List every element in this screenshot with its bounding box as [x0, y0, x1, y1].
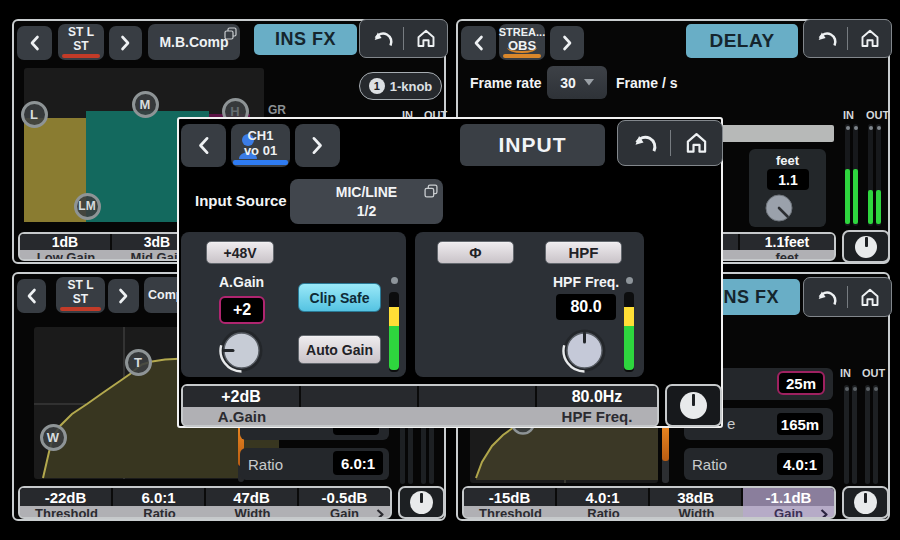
touch-knob-assign[interactable]: [398, 486, 445, 519]
next-channel-button[interactable]: [109, 26, 142, 60]
param-label: Gain: [299, 506, 390, 519]
undo-icon: [814, 289, 838, 306]
frame-rate-select[interactable]: 30: [547, 66, 607, 99]
hpf-freq-label: HPF Freq.: [553, 274, 619, 290]
prev-channel-button[interactable]: [181, 124, 226, 167]
more-params-chevron[interactable]: [376, 509, 384, 519]
channel-select-button[interactable]: STREA... OBS: [499, 24, 545, 60]
auto-gain-button[interactable]: Auto Gain: [298, 335, 381, 364]
more-params-chevron[interactable]: [820, 509, 828, 519]
input-source-button[interactable]: MIC/LINE 1/2: [290, 179, 443, 224]
gr-meter: [662, 422, 669, 483]
undo-button[interactable]: [804, 278, 847, 316]
copy-icon: [224, 27, 237, 40]
band-mid-handle[interactable]: M: [132, 91, 159, 118]
param-label: Low Gain: [20, 250, 112, 261]
home-icon: [685, 132, 708, 154]
meter-out-l: [865, 385, 870, 484]
param-value-cell[interactable]: -22dB: [20, 488, 111, 506]
width-handle[interactable]: W: [40, 424, 67, 451]
touch-knob-assign[interactable]: [842, 230, 890, 263]
channel-select-button[interactable]: ST L ST: [58, 24, 104, 60]
undo-button[interactable]: [804, 20, 847, 57]
again-value[interactable]: +2: [219, 296, 265, 324]
channel-color-bar: [503, 54, 541, 58]
in-label: IN: [840, 367, 851, 379]
param-value-cell[interactable]: 1dB: [20, 234, 110, 250]
input-source-line1: MIC/LINE: [336, 183, 397, 201]
hpf-button[interactable]: HPF: [545, 241, 622, 264]
undo-button[interactable]: [618, 121, 670, 165]
param-value-cell[interactable]: 1.1feet: [740, 234, 834, 250]
param-value-cell[interactable]: 38dB: [650, 488, 741, 506]
home-button[interactable]: [404, 20, 447, 57]
hpf-meter: [624, 292, 634, 372]
home-button[interactable]: [848, 278, 891, 316]
undo-button[interactable]: [360, 20, 403, 57]
home-button[interactable]: [671, 121, 723, 165]
band-lowmid-handle[interactable]: LM: [74, 193, 101, 220]
band-low-handle[interactable]: L: [21, 101, 48, 128]
plugin-select-button[interactable]: M.B.Comp: [148, 24, 240, 60]
delay-time-value[interactable]: 1.1: [767, 169, 809, 190]
phantom-48v-button[interactable]: +48V: [206, 241, 274, 264]
param-label: [301, 407, 419, 425]
channel-color-bar: [233, 160, 288, 165]
param-label: Width: [650, 506, 743, 519]
param-value-cell[interactable]: 47dB: [206, 488, 297, 506]
param-value-cell[interactable]: 6.0:1: [113, 488, 204, 506]
next-channel-button[interactable]: [295, 124, 340, 167]
prev-channel-button[interactable]: [461, 26, 496, 60]
phase-button[interactable]: Φ: [437, 241, 514, 264]
delay-time-knob[interactable]: [765, 194, 793, 222]
hpf-knob[interactable]: [562, 328, 607, 373]
param-value-cell[interactable]: +2dB: [183, 386, 299, 407]
touch-knob-assign[interactable]: [842, 486, 889, 519]
ratio-value[interactable]: 4.0:1: [777, 453, 823, 475]
param-value-cell[interactable]: -0.5dB: [299, 488, 390, 506]
param-value-cell-selected[interactable]: -1.1dB: [743, 488, 834, 506]
home-button[interactable]: [848, 20, 891, 57]
analog-gain-section: +48V A.Gain +2 Clip Safe Auto Gain: [181, 232, 406, 377]
clip-safe-button[interactable]: Clip Safe: [298, 283, 381, 312]
channel-color-bar: [60, 307, 101, 311]
again-knob[interactable]: [219, 328, 264, 373]
channel-name: ST: [73, 293, 88, 307]
chevron-right-icon: [118, 288, 129, 304]
next-channel-button[interactable]: [550, 26, 584, 60]
meter-in-l: [845, 124, 850, 226]
out-label: OUT: [866, 109, 889, 121]
out-label: OUT: [862, 367, 885, 379]
channel-select-button[interactable]: ST L ST: [56, 277, 105, 313]
knob-icon: [854, 491, 877, 514]
attack-value[interactable]: 25m: [777, 371, 825, 395]
prev-channel-button[interactable]: [17, 279, 46, 313]
param-value-cell[interactable]: 80.0Hz: [537, 386, 657, 407]
chevron-left-icon: [473, 35, 484, 51]
nav-group: [617, 120, 723, 166]
copy-icon: [424, 184, 438, 198]
release-value[interactable]: 165m: [777, 413, 823, 435]
ratio-row: Ratio 6.0:1: [240, 448, 389, 480]
param-label: Ratio: [557, 506, 650, 519]
param-value-cell[interactable]: [419, 386, 535, 407]
page-title-delay: DELAY: [686, 24, 798, 58]
ratio-value[interactable]: 6.0:1: [333, 451, 383, 475]
param-label: Threshold: [20, 506, 113, 519]
meter-out-l: [868, 124, 873, 226]
page-title-ins-fx: INS FX: [254, 24, 357, 55]
nav-group: [803, 277, 892, 317]
param-value-cell[interactable]: [301, 386, 417, 407]
footer-param-bar: -15dB 4.0:1 38dB -1.1dB Threshold Ratio …: [462, 486, 836, 519]
meter-in-l: [844, 385, 849, 484]
param-value-cell[interactable]: 4.0:1: [557, 488, 648, 506]
threshold-handle[interactable]: T: [125, 349, 152, 376]
channel-select-button[interactable]: CH1 vo 01: [231, 124, 290, 167]
next-channel-button[interactable]: [108, 279, 139, 313]
one-knob-button[interactable]: 1 1-knob: [359, 72, 442, 100]
prev-channel-button[interactable]: [17, 26, 52, 60]
chevron-right-icon: [562, 35, 573, 51]
touch-knob-assign[interactable]: [665, 384, 722, 427]
param-value-cell[interactable]: -15dB: [464, 488, 555, 506]
hpf-freq-value[interactable]: 80.0: [556, 294, 616, 320]
